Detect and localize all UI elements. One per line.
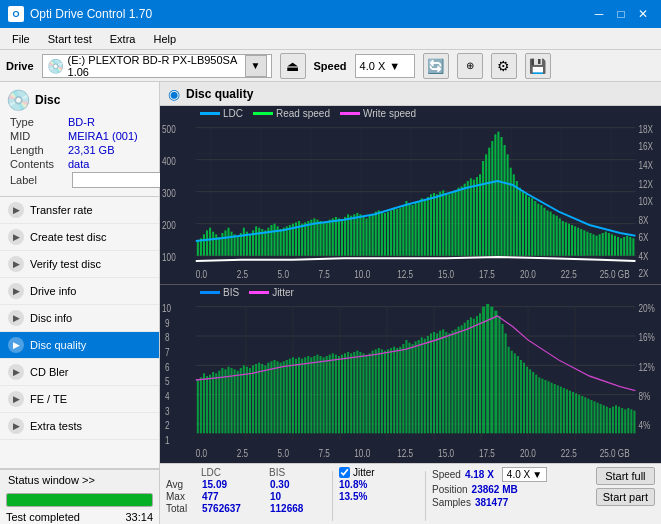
svg-rect-156 xyxy=(611,234,613,255)
settings-button[interactable]: ⚙ xyxy=(491,53,517,79)
svg-rect-290 xyxy=(461,325,463,433)
nav-extra-tests[interactable]: ▶ Extra tests xyxy=(0,413,159,440)
svg-rect-256 xyxy=(356,351,358,434)
speed-row-value: 4.18 X xyxy=(465,469,494,480)
svg-rect-235 xyxy=(292,357,294,433)
svg-rect-109 xyxy=(467,181,469,256)
svg-text:12.5: 12.5 xyxy=(397,268,413,280)
samples-value: 381477 xyxy=(475,497,508,508)
stats-avg-bis: 0.30 xyxy=(270,479,320,490)
svg-text:0.0: 0.0 xyxy=(196,447,207,459)
nav-disc-info[interactable]: ▶ Disc info xyxy=(0,305,159,332)
svg-rect-331 xyxy=(590,400,592,433)
maximize-button[interactable]: □ xyxy=(611,4,631,24)
nav-cd-bler[interactable]: ▶ CD Bler xyxy=(0,359,159,386)
drive-dropdown-btn[interactable]: ▼ xyxy=(245,55,267,77)
eject-button[interactable]: ⏏ xyxy=(280,53,306,79)
svg-rect-73 xyxy=(356,213,358,256)
svg-rect-261 xyxy=(372,351,374,434)
svg-rect-294 xyxy=(473,319,475,434)
jitter-checkbox[interactable] xyxy=(339,467,350,478)
svg-rect-28 xyxy=(218,237,220,256)
svg-rect-63 xyxy=(326,221,328,256)
svg-rect-102 xyxy=(445,193,447,256)
jitter-max-row: 13.5% xyxy=(339,491,419,502)
svg-rect-286 xyxy=(448,333,450,433)
nav-create-test-disc[interactable]: ▶ Create test disc xyxy=(0,224,159,251)
minimize-button[interactable]: ─ xyxy=(589,4,609,24)
svg-rect-267 xyxy=(390,348,392,433)
svg-rect-126 xyxy=(519,188,521,256)
svg-rect-81 xyxy=(381,212,383,256)
svg-rect-257 xyxy=(359,352,361,433)
speed-dropdown[interactable]: 4.0 X ▼ xyxy=(502,467,547,482)
nav-disc-quality[interactable]: ▶ Disc quality xyxy=(0,332,159,359)
svg-rect-341 xyxy=(621,408,623,433)
svg-rect-143 xyxy=(571,225,573,256)
svg-text:500: 500 xyxy=(162,123,176,135)
menu-help[interactable]: Help xyxy=(145,31,184,47)
svg-rect-122 xyxy=(507,154,509,255)
svg-rect-254 xyxy=(350,353,352,433)
svg-rect-262 xyxy=(375,349,377,433)
svg-rect-243 xyxy=(316,355,318,434)
svg-text:4: 4 xyxy=(165,390,170,402)
svg-rect-330 xyxy=(587,399,589,434)
close-button[interactable]: ✕ xyxy=(633,4,653,24)
status-window-button[interactable]: Status window >> xyxy=(0,469,159,490)
svg-rect-204 xyxy=(197,380,199,433)
svg-rect-48 xyxy=(280,229,282,256)
save-button[interactable]: 💾 xyxy=(525,53,551,79)
svg-rect-40 xyxy=(255,226,257,255)
disc-contents-row: Contents data xyxy=(10,158,149,170)
svg-rect-105 xyxy=(454,190,456,255)
svg-text:22.5: 22.5 xyxy=(561,447,577,459)
legend-write-speed: Write speed xyxy=(340,108,416,119)
disc-label-input[interactable] xyxy=(72,172,162,188)
svg-rect-64 xyxy=(329,220,331,256)
drive-selector[interactable]: 💿 (E:) PLEXTOR BD-R PX-LB950SA 1.06 ▼ xyxy=(42,54,272,78)
svg-rect-118 xyxy=(494,134,496,255)
start-full-button[interactable]: Start full xyxy=(596,467,655,485)
nav-verify-test-disc[interactable]: ▶ Verify test disc xyxy=(0,251,159,278)
svg-rect-141 xyxy=(565,222,567,255)
svg-text:2: 2 xyxy=(165,419,170,431)
svg-rect-108 xyxy=(464,184,466,256)
svg-text:7.5: 7.5 xyxy=(318,268,329,280)
svg-rect-318 xyxy=(551,383,553,434)
svg-rect-284 xyxy=(442,329,444,433)
nav-transfer-rate[interactable]: ▶ Transfer rate xyxy=(0,197,159,224)
menu-start-test[interactable]: Start test xyxy=(40,31,100,47)
status-bar-area: Status window >> Test completed 33:14 xyxy=(0,468,159,524)
svg-rect-218 xyxy=(240,368,242,433)
nav-transfer-rate-icon: ▶ xyxy=(8,202,24,218)
speed-row-label: Speed xyxy=(432,469,461,480)
svg-rect-248 xyxy=(332,353,334,433)
start-part-button[interactable]: Start part xyxy=(596,488,655,506)
svg-rect-86 xyxy=(396,209,398,256)
nav-drive-info[interactable]: ▶ Drive info xyxy=(0,278,159,305)
menu-file[interactable]: File xyxy=(4,31,38,47)
nav-fe-te[interactable]: ▶ FE / TE xyxy=(0,386,159,413)
stats-ldc-header: LDC xyxy=(201,467,261,478)
svg-rect-103 xyxy=(448,194,450,255)
refresh-button[interactable]: 🔄 xyxy=(423,53,449,79)
svg-rect-222 xyxy=(252,365,254,433)
speed-selector[interactable]: 4.0 X ▼ xyxy=(355,54,415,78)
scan-button[interactable]: ⊕ xyxy=(457,53,483,79)
svg-rect-38 xyxy=(249,234,251,255)
svg-text:15.0: 15.0 xyxy=(438,268,454,280)
svg-rect-158 xyxy=(617,237,619,256)
charts-area: LDC Read speed Write speed xyxy=(160,106,661,463)
nav-disc-info-icon: ▶ xyxy=(8,310,24,326)
menu-extra[interactable]: Extra xyxy=(102,31,144,47)
svg-rect-296 xyxy=(479,313,481,433)
legend-read-color xyxy=(253,112,273,115)
svg-text:2.5: 2.5 xyxy=(237,447,248,459)
position-label: Position xyxy=(432,484,468,495)
nav-disc-info-label: Disc info xyxy=(30,312,72,324)
chart1-svg: 500 400 300 200 100 18X 16X 14X 12X 10X … xyxy=(160,121,661,281)
svg-rect-137 xyxy=(553,214,555,255)
disc-label-row: Label ⊞ xyxy=(10,172,149,188)
svg-rect-241 xyxy=(310,357,312,433)
